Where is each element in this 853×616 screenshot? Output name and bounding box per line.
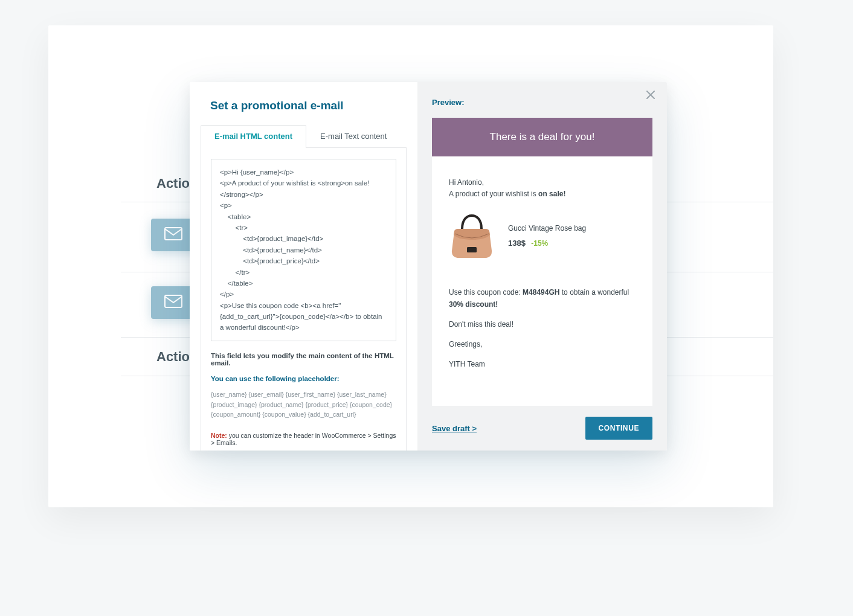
- modal-title: Set a promotional e-mail: [201, 99, 407, 112]
- product-price-line: 138$ -15%: [508, 237, 586, 250]
- coupon-text: Use this coupon code: M48494GH to obtain…: [449, 287, 636, 310]
- preview-team: YITH Team: [449, 359, 636, 370]
- greeting-line-1: Hi Antonio,: [449, 177, 636, 188]
- envelope-icon: [164, 227, 182, 243]
- placeholder-list: {user_name} {user_email} {user_first_nam…: [211, 390, 396, 420]
- tab-html-content[interactable]: E-mail HTML content: [201, 125, 306, 148]
- product-image: [449, 212, 495, 260]
- product-discount: -15%: [531, 239, 548, 248]
- preview-header: There is a deal for you!: [432, 118, 652, 156]
- tab-panel: <p>Hi {user_name}</p> <p>A product of yo…: [201, 148, 407, 451]
- modal-right-pane: Preview: There is a deal for you! Hi Ant…: [417, 82, 667, 451]
- coupon-amount: 30% discount!: [449, 300, 498, 309]
- promo-email-modal: Set a promotional e-mail E-mail HTML con…: [190, 82, 667, 451]
- email-preview-card: There is a deal for you! Hi Antonio, A p…: [432, 118, 652, 406]
- preview-dontmiss: Don't miss this deal!: [449, 319, 636, 330]
- save-draft-link[interactable]: Save draft >: [432, 424, 477, 433]
- note-label: Note:: [211, 432, 227, 439]
- greeting-line-2: A product of your wishlist is on sale!: [449, 188, 636, 200]
- preview-product-row: Gucci Vintage Rose bag 138$ -15%: [449, 212, 636, 260]
- svg-rect-4: [467, 247, 477, 252]
- html-content-textarea[interactable]: <p>Hi {user_name}</p> <p>A product of yo…: [211, 159, 396, 341]
- tab-strip: E-mail HTML content E-mail Text content: [201, 124, 407, 148]
- product-price: 138$: [508, 239, 526, 248]
- modal-footer: Save draft > CONTINUE: [432, 406, 652, 440]
- note-body: you can customize the header in WooComme…: [211, 432, 396, 446]
- envelope-icon: [164, 295, 182, 310]
- close-icon[interactable]: [644, 88, 657, 103]
- preview-greeting: Hi Antonio, A product of your wishlist i…: [449, 177, 636, 200]
- preview-body: Hi Antonio, A product of your wishlist i…: [432, 156, 652, 385]
- coupon-code: M48494GH: [523, 288, 559, 297]
- modal-left-pane: Set a promotional e-mail E-mail HTML con…: [190, 82, 417, 451]
- preview-greetings: Greetings,: [449, 339, 636, 350]
- continue-button[interactable]: CONTINUE: [585, 417, 652, 440]
- preview-label: Preview:: [432, 98, 652, 107]
- tab-text-content[interactable]: E-mail Text content: [306, 125, 401, 148]
- product-info: Gucci Vintage Rose bag 138$ -15%: [508, 223, 586, 249]
- helper-text: This field lets you modify the main cont…: [211, 352, 396, 367]
- placeholder-heading: You can use the following placeholder:: [211, 375, 396, 382]
- svg-rect-0: [165, 228, 182, 240]
- note-text: Note: you can customize the header in Wo…: [211, 432, 396, 446]
- svg-rect-1: [165, 295, 182, 307]
- product-name: Gucci Vintage Rose bag: [508, 223, 586, 234]
